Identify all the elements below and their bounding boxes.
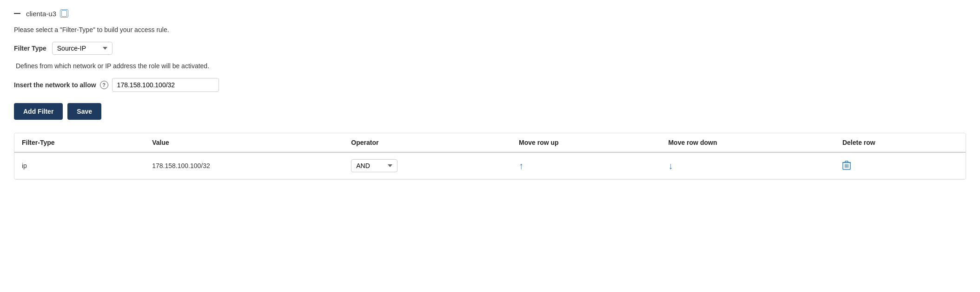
cell-value: 178.158.100.100/32 — [145, 152, 344, 179]
window-minimize-icon — [14, 13, 20, 14]
page-title: clienta-u3 — [26, 10, 56, 18]
col-move-down: Move row down — [661, 133, 834, 152]
cell-filter-type: ip — [14, 152, 145, 179]
col-move-up: Move row up — [511, 133, 661, 152]
subtitle-text: Please select a "Filter-Type" to build y… — [14, 26, 966, 33]
network-row: Insert the network to allow ? — [14, 78, 966, 92]
cell-move-up[interactable]: ↑ — [511, 152, 661, 179]
move-up-icon[interactable]: ↑ — [519, 161, 523, 171]
save-button[interactable]: Save — [67, 103, 101, 120]
filter-type-select[interactable]: Source-IP Destination-IP Protocol Port — [52, 42, 113, 55]
col-operator: Operator — [344, 133, 511, 152]
operator-select[interactable]: AND OR NOT — [351, 159, 397, 172]
filter-type-label: Filter Type — [14, 45, 46, 52]
cell-operator: AND OR NOT — [344, 152, 511, 179]
copy-button[interactable] — [60, 9, 68, 18]
title-row: clienta-u3 — [14, 9, 966, 18]
description-text: Defines from which network or IP address… — [16, 62, 966, 70]
table-row: ip 178.158.100.100/32 AND OR NOT ↑ ↓ — [14, 152, 966, 179]
col-delete: Delete row — [835, 133, 966, 152]
filter-table-container: Filter-Type Value Operator Move row up M… — [14, 133, 966, 180]
filter-type-row: Filter Type Source-IP Destination-IP Pro… — [14, 42, 966, 55]
filter-table: Filter-Type Value Operator Move row up M… — [14, 133, 966, 179]
col-filter-type: Filter-Type — [14, 133, 145, 152]
button-row: Add Filter Save — [14, 103, 966, 120]
delete-row-icon[interactable] — [842, 161, 851, 170]
move-down-icon[interactable]: ↓ — [668, 161, 673, 171]
cell-delete[interactable] — [835, 152, 966, 179]
network-input[interactable] — [112, 78, 219, 92]
network-label: Insert the network to allow — [14, 81, 96, 89]
help-icon[interactable]: ? — [100, 81, 108, 89]
col-value: Value — [145, 133, 344, 152]
table-header-row: Filter-Type Value Operator Move row up M… — [14, 133, 966, 152]
add-filter-button[interactable]: Add Filter — [14, 103, 63, 120]
cell-move-down[interactable]: ↓ — [661, 152, 834, 179]
